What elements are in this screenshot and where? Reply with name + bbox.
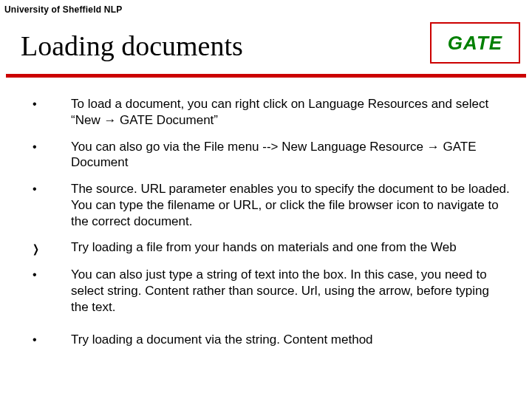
slide: University of Sheffield NLP Loading docu… <box>0 0 532 399</box>
list-item-text: Try loading a file from your hands on ma… <box>71 239 510 256</box>
list-item-text: You can also go via the File menu --> Ne… <box>71 139 510 171</box>
gate-logo-text: GATE <box>448 32 502 55</box>
bullet-dot-icon: • <box>33 96 71 129</box>
list-item-text: To load a document, you can right click … <box>71 96 510 129</box>
bullet-dot-icon: • <box>33 181 71 229</box>
list-item: • The source. URL parameter enables you … <box>33 181 510 229</box>
gate-logo: GATE <box>430 22 520 64</box>
list-item: • Try loading a document via the string.… <box>33 332 510 348</box>
bullet-dot-icon: • <box>33 332 71 348</box>
org-label: University of Sheffield NLP <box>4 4 122 15</box>
bullet-dot-icon: • <box>33 139 71 171</box>
bullet-list: • To load a document, you can right clic… <box>33 96 510 358</box>
list-item-text: Try loading a document via the string. C… <box>71 332 510 348</box>
list-item-text: The source. URL parameter enables you to… <box>71 181 510 229</box>
list-item: • You can also go via the File menu --> … <box>33 139 510 171</box>
list-item: ❯ Try loading a file from your hands on … <box>33 239 510 256</box>
slide-title: Loading documents <box>21 30 243 62</box>
list-item: • You can also just type a string of tex… <box>33 267 510 315</box>
horizontal-rule <box>6 74 526 78</box>
chevron-right-icon: ❯ <box>33 239 71 256</box>
list-item: • To load a document, you can right clic… <box>33 96 510 129</box>
list-item-text: You can also just type a string of text … <box>71 267 510 315</box>
bullet-dot-icon: • <box>33 267 71 315</box>
